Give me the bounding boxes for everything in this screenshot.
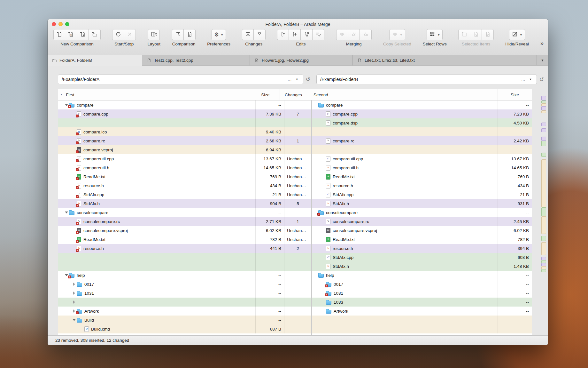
minimap-purple-block[interactable] — [541, 128, 546, 132]
table-row-readme-txt[interactable]: ✳ReadMe.txt769 B — [312, 172, 532, 181]
table-row-consolecompare-vcproj[interactable]: ▤consolecompare.vcproj6.02 KB — [312, 226, 532, 235]
comparison-report-button[interactable] — [184, 29, 196, 40]
table-row-compareutil-h[interactable]: hcompareutil.h14.65 KBUnchan… — [58, 163, 311, 172]
minimap-green-block[interactable] — [541, 207, 546, 216]
column-header-changes[interactable]: Changes — [280, 89, 307, 100]
table-row-compare-ico[interactable]: ▦compare.ico9.40 KB — [58, 127, 311, 136]
minimap-purple-block[interactable] — [541, 96, 546, 100]
table-row-consolecompare-rc[interactable]: ✎consolecompare.rc2.45 KB — [312, 217, 532, 226]
table-row-1031[interactable]: 1031-- — [312, 289, 532, 298]
minimap-tan-block[interactable] — [541, 266, 546, 269]
minimap-tan-block[interactable] — [541, 216, 546, 234]
column-header-first[interactable]: ▪ First — [58, 89, 202, 100]
second-folder-path-field[interactable]: /Examples/FolderB … ▼ — [316, 75, 537, 84]
collapse-arrow-icon[interactable] — [72, 316, 77, 324]
table-row-compareutil-h[interactable]: hcompareutil.h14.65 KB — [312, 163, 532, 172]
expand-arrow-icon[interactable] — [72, 280, 77, 289]
toolbar-overflow-button[interactable]: » — [540, 40, 544, 47]
expand-arrow-icon[interactable] — [72, 289, 77, 298]
minimap-tan-block[interactable] — [541, 110, 546, 113]
table-row-stdafx-cpp[interactable]: c⁺StdAfx.cpp603 B — [312, 253, 532, 262]
title-bar[interactable]: FolderA, FolderB – Araxis Merge — [48, 19, 548, 28]
insert-change-down-button[interactable] — [289, 29, 301, 40]
close-window-button[interactable] — [52, 22, 56, 26]
minimap-green-block[interactable] — [541, 153, 546, 157]
table-row[interactable] — [312, 127, 532, 136]
table-row-compare[interactable]: compare-- — [58, 100, 311, 109]
column-header-second[interactable]: Second — [307, 89, 498, 100]
first-path-history-icon[interactable]: ↺ — [306, 76, 310, 83]
table-row[interactable] — [58, 253, 311, 262]
layout-columns-button[interactable] — [148, 29, 160, 40]
first-folder-path-field[interactable]: /Examples/FolderA … ▼ — [58, 75, 303, 84]
table-row-compareutil-cpp[interactable]: c⁺compareutil.cpp13.67 KB — [312, 154, 532, 163]
tab-flower1-jpg-flower2-jpg[interactable]: Flower1.jpg, Flower2.jpg — [250, 55, 353, 66]
minimap-green-block[interactable] — [541, 141, 546, 146]
insert-change-up-button[interactable] — [277, 29, 289, 40]
column-header-size-first[interactable]: Size — [251, 89, 280, 100]
table-row-readme-txt[interactable]: ✳ReadMe.txt782 BUnchan… — [58, 235, 311, 244]
table-row-artwork[interactable]: Artwork-- — [312, 307, 532, 316]
table-row-compare-cpp[interactable]: c⁺compare.cpp7.39 KB7 — [58, 109, 311, 118]
tab-foldera-folderb[interactable]: FolderA, FolderB — [48, 55, 142, 66]
table-row-help[interactable]: help-- — [58, 271, 311, 280]
new-text-comparison-button[interactable] — [53, 29, 65, 40]
table-row-compare-rc[interactable]: ✎compare.rc2.68 KB1 — [58, 136, 311, 145]
table-row-compare-cpp[interactable]: c⁺compare.cpp7.23 KB — [312, 109, 532, 118]
table-row-compare-vcproj[interactable]: ▤compare.vcproj6.94 KB — [58, 145, 311, 154]
minimap-green-block[interactable] — [541, 100, 546, 103]
table-row-stdafx-cpp[interactable]: c⁺StdAfx.cpp21 B — [312, 190, 532, 199]
table-row[interactable] — [312, 316, 532, 324]
select-rows-button[interactable]: ▼ — [427, 29, 443, 40]
table-row-stdafx-h[interactable]: hStdAfx.h931 B — [312, 199, 532, 208]
minimap-purple-block[interactable] — [541, 257, 546, 260]
table-row-build-cmd[interactable]: ⚙Build.cmd687 B — [58, 324, 311, 333]
discard-change-button[interactable] — [301, 29, 313, 40]
table-row[interactable] — [312, 145, 532, 154]
tab-list-dropdown-icon[interactable]: ▼ — [537, 55, 548, 65]
table-row-consolecompare[interactable]: consolecompare-- — [312, 208, 532, 217]
start-comparison-button[interactable] — [112, 29, 124, 40]
table-row-resource-h[interactable]: hresource.h441 B2 — [58, 244, 311, 253]
first-folder-path[interactable]: /Examples/FolderA — [62, 77, 286, 82]
change-minimap[interactable] — [541, 96, 546, 334]
table-row-artwork[interactable]: Artwork-- — [58, 307, 311, 316]
table-row[interactable] — [312, 324, 532, 333]
preferences-gear-button[interactable]: ⚙▼ — [212, 29, 226, 40]
minimap-green-block[interactable] — [541, 269, 546, 272]
table-row-stdafx-h[interactable]: hStdAfx.h1.48 KB — [312, 262, 532, 271]
table-row-resource-h[interactable]: hresource.h394 B — [312, 244, 532, 253]
minimap-purple-block[interactable] — [541, 106, 546, 110]
table-row-consolecompare[interactable]: consolecompare-- — [58, 208, 311, 217]
tab-life1-txt-life2-txt-life3-txt[interactable]: Life1.txt, Life2.txt, Life3.txt — [353, 55, 457, 66]
minimap-tan-block[interactable] — [541, 242, 546, 255]
minimap-purple-block[interactable] — [541, 137, 546, 141]
table-row-compare[interactable]: compare-- — [312, 100, 532, 109]
table-row[interactable] — [58, 262, 311, 271]
table-row-0017[interactable]: 0017-- — [312, 280, 532, 289]
table-row-resource-h[interactable]: hresource.h434 B — [312, 181, 532, 190]
second-folder-path[interactable]: /Examples/FolderB — [320, 77, 519, 82]
minimap-tan-block[interactable] — [541, 103, 546, 106]
accept-edits-button[interactable] — [313, 29, 324, 40]
new-image-comparison-button[interactable] — [77, 29, 89, 40]
table-row[interactable] — [58, 298, 311, 307]
table-row-stdafx-cpp[interactable]: c⁺StdAfx.cpp21 BUnchan… — [58, 190, 311, 199]
next-change-button[interactable] — [254, 29, 266, 40]
minimap-purple-block[interactable] — [541, 263, 546, 266]
table-row-resource-h[interactable]: hresource.h434 BUnchan… — [58, 181, 311, 190]
table-row-compare-dsp[interactable]: ✎compare.dsp4.50 KB — [312, 118, 532, 127]
new-binary-comparison-button[interactable]: 01 — [65, 29, 77, 40]
minimap-tan-block[interactable] — [541, 159, 546, 207]
collapse-arrow-icon[interactable] — [64, 208, 69, 217]
table-row[interactable] — [58, 118, 311, 127]
table-row-readme-txt[interactable]: ✳ReadMe.txt769 BUnchan… — [58, 172, 311, 181]
table-row-consolecompare-vcproj[interactable]: ▤consolecompare.vcproj6.02 KBUnchan… — [58, 226, 311, 235]
minimize-window-button[interactable] — [58, 22, 63, 26]
comparison-summary-button[interactable] — [172, 29, 184, 40]
browse-first-button[interactable]: … — [286, 77, 294, 82]
table-row-1033[interactable]: 1033-- — [312, 298, 532, 307]
table-row-build[interactable]: Build-- — [58, 316, 311, 324]
browse-second-button[interactable]: … — [519, 77, 527, 82]
tab-test1-cpp-test2-cpp[interactable]: Test1.cpp, Test2.cpp — [142, 55, 250, 66]
